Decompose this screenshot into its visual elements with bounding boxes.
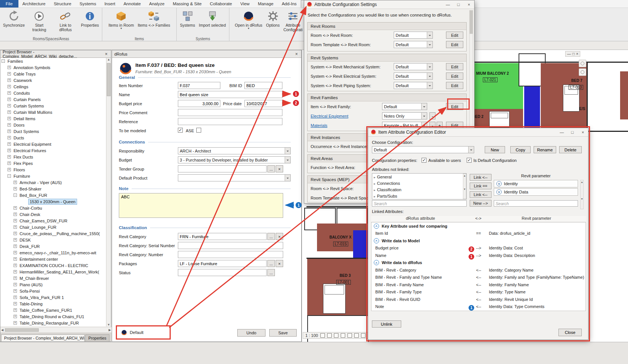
tree-item[interactable]: - Furniture (0, 173, 107, 179)
tree-item[interactable]: + Sofa-Pensi (0, 288, 107, 294)
tree-item[interactable]: + Desk_FUR (0, 243, 107, 249)
to-be-modeled-checkbox[interactable]: ✓ (178, 128, 183, 133)
close-icon[interactable]: × (466, 2, 472, 7)
serial-number-field[interactable] (178, 242, 283, 249)
tree-expander-icon[interactable]: + (8, 85, 11, 88)
tender-group-clear-button[interactable]: × (276, 165, 283, 172)
tree-expander-icon[interactable]: + (8, 79, 11, 82)
configuration-dropdown[interactable]: Default (382, 103, 427, 110)
tree-item-label[interactable]: Chair_Eames_DSW_FUR (18, 218, 68, 224)
scroll-down-icon[interactable]: ▼ (107, 323, 110, 326)
tree-item-label[interactable]: Casework (12, 78, 33, 83)
tree-item-label[interactable]: Furniture (12, 174, 31, 179)
packages-clear-button[interactable]: × (276, 260, 283, 267)
tree-item[interactable]: + Bed-Shaker (0, 186, 107, 192)
tree-item[interactable]: + Cable Trays (0, 71, 107, 77)
steering-wheel-icon[interactable] (579, 60, 586, 67)
tree-item-label[interactable]: Annotation Symbols (12, 65, 52, 70)
scrollbar-thumb[interactable] (470, 11, 473, 34)
tree-item-label[interactable]: Flex Pipes (12, 161, 34, 166)
tree-item-label[interactable]: Chair-Corbu (18, 205, 43, 211)
tree-item-label[interactable]: Table_Dining_Rectangular_FUR (18, 320, 80, 326)
synchronize-button[interactable]: Synchronize (2, 9, 26, 29)
tree-expander-icon[interactable]: + (8, 66, 11, 69)
electrical-equipment-link[interactable]: Electrical Equipment (311, 114, 348, 118)
tree-item[interactable]: + HermanMiller_Seating_AE11_Aeron_Work( (0, 269, 107, 275)
view-scale[interactable]: 1 : 100 (305, 333, 318, 338)
tree-item[interactable]: + Curtain Panels (0, 96, 107, 103)
tree-expander-icon[interactable]: + (8, 104, 11, 107)
link-to-drofus-button[interactable]: Link to dRofus (52, 9, 79, 33)
minimize-icon[interactable]: — (445, 2, 451, 7)
tree-item[interactable]: + Cruce_de_poleas__Pulling_machine_1550( (0, 230, 107, 237)
tree-expander-icon[interactable]: + (14, 187, 17, 190)
status-browse-button[interactable]: ... (267, 269, 275, 276)
tender-group-field[interactable] (178, 165, 267, 172)
scroll-right-icon[interactable]: ▶ (109, 328, 111, 332)
open-in-drofus-button[interactable]: Open in dRofus ▾ (234, 9, 264, 31)
revit-category-clear-button[interactable]: × (276, 233, 283, 240)
chevron-down-icon[interactable] (427, 82, 432, 89)
tree-item-label[interactable]: Detail Items (12, 116, 36, 121)
tree-expander-icon[interactable]: - (14, 193, 17, 197)
tree-item-label[interactable]: Curtain Wall Mullions (12, 110, 53, 115)
undo-button[interactable]: Undo (237, 329, 265, 337)
tree-expander-icon[interactable]: + (14, 219, 17, 222)
configuration-dropdown[interactable]: Default (394, 41, 433, 48)
chevron-down-icon[interactable] (285, 157, 290, 163)
tree-item-label[interactable]: M_Chair-Breuer (18, 276, 50, 281)
ribbon-tab[interactable]: Manage (254, 0, 278, 8)
tree-expander-icon[interactable]: + (14, 296, 17, 299)
tree-item[interactable]: + Electrical Fixtures (0, 147, 107, 154)
note-textarea[interactable]: ABC (119, 193, 283, 218)
tree-item-label[interactable]: Table_Dining Round w Chairs_FU1 (18, 314, 85, 319)
tree-expander-icon[interactable]: + (14, 308, 17, 312)
temporary-hide-icon[interactable] (361, 333, 366, 338)
packages-browse-button[interactable]: ... (267, 260, 275, 267)
tab-properties[interactable]: Properties (85, 334, 109, 341)
tree-expander-icon[interactable]: + (8, 155, 11, 159)
systems-button[interactable]: Systems (178, 9, 196, 29)
remove-button[interactable]: - (429, 112, 435, 119)
tree-item-label[interactable]: Bed_Box_FUR (18, 193, 48, 198)
ase-checkbox[interactable] (196, 128, 201, 133)
tree-item-label[interactable]: Sofa-Pensi (18, 288, 41, 294)
tree-expander-icon[interactable]: + (14, 257, 17, 261)
sun-path-icon[interactable] (334, 333, 338, 338)
start-tracking-button[interactable]: Start tracking (27, 9, 52, 33)
tree-expander-icon[interactable]: - (8, 174, 11, 178)
edit-button[interactable]: Edit (446, 72, 463, 80)
edit-button[interactable]: Edit (446, 82, 463, 89)
budget-price-field[interactable] (178, 100, 220, 107)
tree-item[interactable]: + Table_Coffee_Eames_FUR1 (0, 307, 107, 313)
detail-level-icon[interactable] (327, 333, 332, 338)
ribbon-tab[interactable]: Systems (76, 0, 100, 8)
tree-item-label[interactable]: Duct Systems (12, 129, 40, 134)
tree-expander-icon[interactable]: + (14, 283, 17, 286)
price-date-field[interactable] (244, 100, 282, 107)
tree-expander-icon[interactable]: - (2, 59, 5, 63)
tree-item-label[interactable]: Desk_FUR (18, 244, 41, 249)
tree-expander-icon[interactable]: + (8, 117, 11, 120)
minimize-icon[interactable]: — (567, 52, 571, 56)
ribbon-tab[interactable]: Massing & Site (168, 0, 206, 8)
revit-category-field[interactable] (178, 233, 267, 240)
tree-item[interactable]: + Table-Dining (0, 301, 107, 307)
tree-expander-icon[interactable]: + (14, 225, 17, 229)
tree-expander-icon[interactable]: + (14, 315, 17, 318)
tree-item[interactable]: + Flex Pipes (0, 160, 107, 166)
restore-icon[interactable]: □ (572, 52, 575, 56)
tree-expander-icon[interactable]: + (8, 72, 11, 76)
chevron-down-icon[interactable] (427, 73, 432, 79)
tree-item[interactable]: + Flex Ducts (0, 154, 107, 160)
chevron-down-icon[interactable] (421, 113, 427, 119)
tender-group-browse-button[interactable]: ... (267, 165, 275, 172)
tree-item-label[interactable]: DESK (18, 237, 32, 243)
tree-item-label[interactable]: Table_Coffee_Eames_FUR1 (18, 308, 73, 313)
tree-item[interactable]: - Bed_Box_FUR (0, 192, 107, 198)
tree-expander-icon[interactable]: + (14, 238, 17, 242)
tree-expander-icon[interactable]: + (14, 289, 17, 293)
chevron-down-icon[interactable] (427, 41, 432, 48)
tree-item-label[interactable]: Sofa_Vitra_Park_FUR 1 (18, 295, 65, 300)
tree-expander-icon[interactable] (24, 200, 27, 203)
